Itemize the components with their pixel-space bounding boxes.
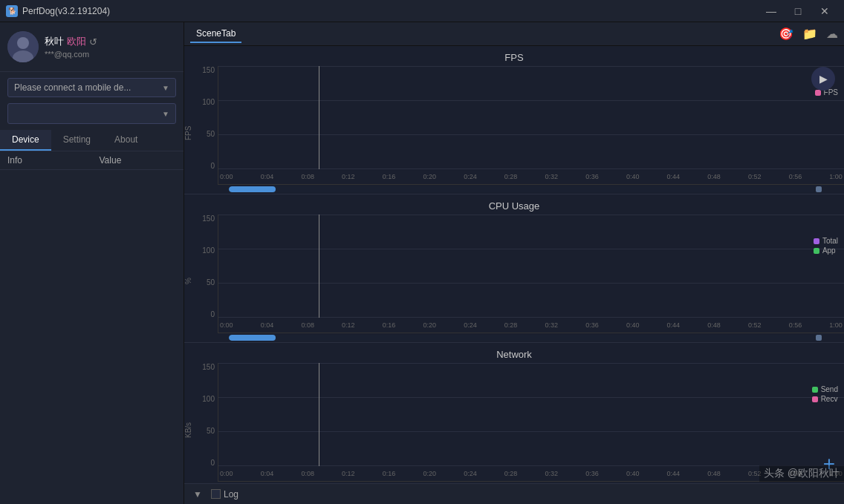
cpu-legend-app-dot bbox=[814, 248, 819, 254]
tab-setting[interactable]: Setting bbox=[51, 130, 103, 151]
fps-chart: FPS FPS 150 100 50 0 bbox=[184, 46, 844, 194]
app-icon: 🐕 bbox=[6, 5, 18, 17]
play-button[interactable]: ▶ bbox=[811, 67, 835, 91]
window-controls: — □ ✕ bbox=[758, 0, 838, 22]
device-dropdown[interactable]: Please connect a mobile de... ▼ bbox=[7, 78, 176, 97]
maximize-button[interactable]: □ bbox=[785, 0, 811, 22]
fps-vline bbox=[319, 66, 319, 169]
fps-y-0: 0 bbox=[210, 162, 215, 170]
target-icon[interactable]: 🎯 bbox=[779, 27, 793, 41]
cpu-scrollbar[interactable] bbox=[229, 335, 814, 341]
network-chart-body: 0:00 0:04 0:08 0:12 0:16 0:20 0:24 0:28 … bbox=[218, 363, 844, 482]
cpu-vline bbox=[319, 215, 319, 318]
network-y-100: 100 bbox=[202, 395, 215, 403]
title-bar-left: 🐕 PerfDog(v3.2.191204) bbox=[6, 5, 110, 17]
network-grid-2 bbox=[218, 397, 844, 398]
network-vline bbox=[319, 363, 319, 466]
fps-grid bbox=[218, 66, 844, 169]
cpu-y-50: 50 bbox=[207, 278, 215, 287]
network-chart: Network KB/s 150 100 50 0 bbox=[184, 343, 844, 483]
cloud-icon[interactable]: ☁ bbox=[826, 27, 838, 41]
info-table-header: Info Value bbox=[0, 151, 184, 170]
fps-scrollbar-right-handle bbox=[816, 186, 822, 192]
network-x-labels: 0:00 0:04 0:08 0:12 0:16 0:20 0:24 0:28 … bbox=[218, 466, 844, 481]
cpu-chart: CPU Usage % 150 100 50 0 bbox=[184, 194, 844, 343]
info-col-header: Info bbox=[0, 151, 92, 169]
network-legend-recv-label: Recv bbox=[821, 395, 838, 403]
content-area: SceneTab 🎯 📁 ☁ ▶ FPS FPS 150 100 50 bbox=[184, 22, 844, 504]
fps-y-label: FPS bbox=[184, 66, 195, 185]
network-legend-send-dot bbox=[812, 387, 818, 393]
device-dropdown-arrow: ▼ bbox=[162, 84, 169, 92]
app-title: PerfDog(v3.2.191204) bbox=[22, 6, 110, 16]
tab-about[interactable]: About bbox=[103, 130, 149, 151]
user-section: 秋叶 欧阳 ↺ ***@qq.com bbox=[0, 22, 184, 72]
title-bar: 🐕 PerfDog(v3.2.191204) — □ ✕ bbox=[0, 0, 844, 22]
fps-legend-dot bbox=[815, 90, 821, 96]
fps-chart-inner: FPS 150 100 50 0 bbox=[184, 66, 844, 185]
scene-tab-bar: SceneTab 🎯 📁 ☁ bbox=[184, 22, 844, 46]
fps-y-100: 100 bbox=[202, 98, 215, 106]
close-button[interactable]: ✕ bbox=[811, 0, 838, 22]
app-dropdown-arrow: ▼ bbox=[162, 110, 169, 118]
fps-y-150: 150 bbox=[202, 66, 215, 74]
avatar bbox=[7, 31, 39, 62]
sidebar-tabs: Device Setting About bbox=[0, 130, 184, 151]
fps-scrollbar-thumb bbox=[229, 186, 276, 192]
tab-device[interactable]: Device bbox=[0, 130, 51, 151]
cpu-y-ticks: 150 100 50 0 bbox=[195, 215, 218, 333]
user-name: 秋叶 欧阳 ↺ bbox=[45, 35, 97, 48]
network-chart-inner: KB/s 150 100 50 0 bbox=[184, 363, 844, 482]
cpu-y-0: 0 bbox=[210, 310, 215, 318]
network-y-50: 50 bbox=[207, 427, 215, 435]
log-label: Log bbox=[224, 489, 238, 500]
network-scrollbar-row bbox=[184, 482, 844, 483]
sidebar: 秋叶 欧阳 ↺ ***@qq.com Please connect a mobi… bbox=[0, 22, 184, 504]
cpu-scrollbar-thumb bbox=[229, 335, 276, 341]
cpu-legend-app: App bbox=[814, 246, 838, 255]
log-checkbox[interactable]: Log bbox=[211, 489, 238, 500]
grid-line-3 bbox=[218, 134, 844, 135]
network-legend: Send Recv bbox=[812, 385, 838, 403]
network-legend-send-label: Send bbox=[821, 385, 838, 393]
network-legend-recv: Recv bbox=[812, 395, 838, 403]
network-y-label: KB/s bbox=[184, 363, 195, 482]
cpu-y-150: 150 bbox=[202, 215, 215, 223]
log-checkbox-box[interactable] bbox=[211, 489, 221, 499]
network-grid-3 bbox=[218, 431, 844, 432]
fps-scrollbar[interactable] bbox=[229, 186, 814, 192]
network-legend-recv-dot bbox=[812, 396, 818, 402]
cpu-y-100: 100 bbox=[202, 246, 215, 255]
cpu-legend-total-label: Total bbox=[822, 237, 838, 245]
fps-chart-title: FPS bbox=[184, 52, 844, 63]
network-grid-1 bbox=[218, 363, 844, 364]
device-dropdown-label: Please connect a mobile de... bbox=[14, 82, 131, 93]
cpu-legend-total-dot bbox=[814, 238, 819, 244]
network-grid bbox=[218, 363, 844, 466]
user-info: 秋叶 欧阳 ↺ ***@qq.com bbox=[45, 35, 97, 59]
cpu-x-labels: 0:00 0:04 0:08 0:12 0:16 0:20 0:24 0:28 … bbox=[218, 318, 844, 333]
cpu-legend: Total App bbox=[814, 237, 838, 255]
app-dropdown[interactable]: ▼ bbox=[7, 103, 176, 124]
cpu-scrollbar-row bbox=[184, 333, 844, 342]
cpu-grid-1 bbox=[218, 215, 844, 215]
fps-y-50: 50 bbox=[207, 130, 215, 138]
refresh-icon[interactable]: ↺ bbox=[89, 36, 97, 48]
collapse-button[interactable]: ▼ bbox=[190, 487, 205, 502]
network-y-150: 150 bbox=[202, 363, 215, 371]
network-legend-send: Send bbox=[812, 385, 838, 393]
cpu-chart-title: CPU Usage bbox=[184, 200, 844, 212]
fps-scrollbar-row bbox=[184, 185, 844, 194]
user-name-cn: 秋叶 bbox=[45, 35, 64, 48]
minimize-button[interactable]: — bbox=[758, 0, 785, 22]
grid-line-2 bbox=[218, 100, 844, 101]
cpu-scrollbar-right-handle bbox=[816, 335, 822, 341]
fps-chart-body: 0:00 0:04 0:08 0:12 0:16 0:20 0:24 0:28 … bbox=[218, 66, 844, 185]
folder-icon[interactable]: 📁 bbox=[802, 27, 817, 41]
add-chart-button[interactable]: + bbox=[823, 454, 835, 474]
cpu-grid bbox=[218, 215, 844, 318]
scene-tab-icons: 🎯 📁 ☁ bbox=[779, 27, 838, 41]
scene-tab[interactable]: SceneTab bbox=[190, 25, 241, 43]
network-chart-title: Network bbox=[184, 349, 844, 360]
value-col-header: Value bbox=[92, 151, 184, 169]
